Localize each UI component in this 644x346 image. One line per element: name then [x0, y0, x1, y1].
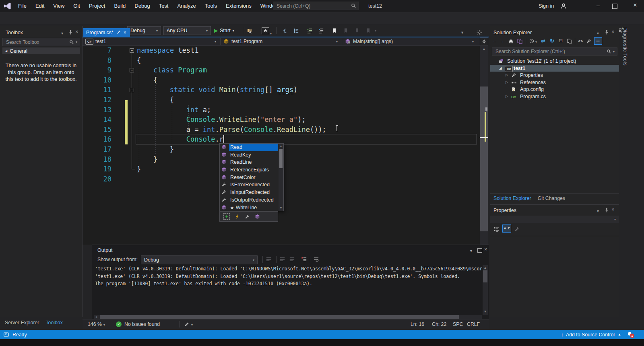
se-collapse-all-icon[interactable]: ⊟: [559, 38, 563, 43]
output-h-scrollbar-thumb[interactable]: [100, 315, 459, 319]
fold-toggle-icon[interactable]: −: [130, 88, 134, 92]
bookmark-icon[interactable]: [330, 26, 339, 35]
collapsed-arrow-icon[interactable]: ▷: [506, 73, 508, 77]
toolbox-close-icon[interactable]: ×: [75, 29, 78, 35]
menu-edit[interactable]: Edit: [31, 0, 49, 12]
se-home-icon[interactable]: [508, 38, 514, 44]
sign-in-person-icon[interactable]: [560, 3, 567, 9]
document-tab-program-cs[interactable]: Program.cs* ×: [83, 28, 130, 37]
search-icon[interactable]: [69, 40, 74, 45]
navbar-type-dropdown[interactable]: test1.Program: [231, 39, 262, 44]
section-expander-icon[interactable]: ◢: [5, 49, 7, 53]
properties-categorized-icon[interactable]: [493, 226, 500, 232]
indent-decrease-icon[interactable]: [305, 26, 314, 35]
fold-toggle-icon[interactable]: −: [130, 68, 134, 72]
tab-server-explorer[interactable]: Server Explorer: [2, 318, 42, 327]
properties-close-icon[interactable]: ×: [611, 206, 615, 212]
tab-list-dropdown-icon[interactable]: ▼: [460, 31, 464, 35]
completion-item-isoutputredirected[interactable]: IsOutputRedirected: [220, 196, 283, 204]
tree-item-references[interactable]: ▷References: [490, 79, 619, 86]
add-to-source-control-button[interactable]: Add to Source Control: [566, 332, 615, 338]
tree-item-solution-test12-1-of-1-project-[interactable]: Solution 'test12' (1 of 1 project): [490, 58, 619, 65]
line-indicator[interactable]: Ln: 16: [411, 321, 424, 327]
collapsed-arrow-icon[interactable]: ▷: [506, 80, 508, 84]
editor-options-gear-icon[interactable]: [477, 30, 482, 35]
collapsed-arrow-icon[interactable]: ▷: [506, 94, 508, 98]
quick-search-box[interactable]: [273, 2, 359, 10]
toolbox-pin-icon[interactable]: [68, 30, 73, 35]
code-line[interactable]: {: [170, 95, 174, 105]
spaces-indicator[interactable]: SPC: [453, 321, 463, 327]
scroll-up-arrow[interactable]: ▲: [480, 47, 488, 51]
navbar-member-dropdown[interactable]: Main(string[] args): [353, 39, 393, 44]
tab-pin-icon[interactable]: [115, 29, 122, 36]
properties-pin-icon[interactable]: [604, 208, 609, 213]
column-indicator[interactable]: Ch: 22: [432, 321, 446, 327]
output-log[interactable]: 'test1.exe' (CLR v4.0.30319: DefaultDoma…: [95, 265, 482, 314]
properties-filter-icon[interactable]: [245, 214, 250, 219]
tab-close-icon[interactable]: ×: [124, 30, 126, 35]
menu-debug[interactable]: Debug: [130, 0, 154, 12]
search-icon[interactable]: [351, 3, 356, 8]
code-line[interactable]: {: [137, 56, 141, 66]
se-pending-changes-clock-icon[interactable]: [529, 38, 535, 44]
menu-file[interactable]: File: [14, 0, 31, 12]
tree-item-program-cs[interactable]: ▷C#Program.cs: [490, 93, 619, 100]
tab-git-changes[interactable]: Git Changes: [535, 194, 568, 203]
snippets-filter-icon[interactable]: +: [223, 213, 230, 220]
code-cleanup-pen-icon[interactable]: [184, 321, 190, 327]
output-maximize-icon[interactable]: [477, 248, 482, 253]
zoom-dropdown-icon[interactable]: ▾: [103, 323, 105, 327]
se-sync-icon[interactable]: ⇄: [541, 38, 545, 44]
word-wrap-icon[interactable]: [313, 256, 319, 262]
fold-toggle-icon[interactable]: −: [130, 48, 134, 53]
se-view-code-icon[interactable]: <>: [578, 39, 583, 43]
menu-test[interactable]: Test: [155, 0, 173, 12]
line-ending-indicator[interactable]: CRLF: [467, 321, 480, 327]
se-search-input[interactable]: [495, 48, 607, 55]
indent-increase-icon[interactable]: [316, 26, 325, 35]
tree-item-test1[interactable]: ◢C#test1: [490, 65, 619, 72]
code-line[interactable]: namespace test1: [137, 45, 199, 56]
chevron-down-icon[interactable]: ▾: [215, 40, 216, 43]
menu-project[interactable]: Project: [85, 0, 109, 12]
completion-item-resetcolor[interactable]: ResetColor: [220, 174, 283, 181]
output-scrollbar-thumb[interactable]: [483, 270, 487, 282]
code-cleanup-dropdown[interactable]: ▾: [191, 323, 193, 327]
code-line[interactable]: }: [170, 144, 174, 154]
menu-tools[interactable]: Tools: [200, 0, 221, 12]
completion-item-read[interactable]: Read: [220, 144, 283, 151]
completion-item-isinputredirected[interactable]: IsInputRedirected: [220, 189, 283, 196]
zoom-level[interactable]: 146 %: [88, 321, 102, 327]
chevron-down-icon[interactable]: ▾: [535, 40, 537, 44]
methods-filter-icon[interactable]: [255, 214, 260, 219]
tab-toolbox[interactable]: Toolbox: [42, 318, 66, 327]
search-icon[interactable]: [607, 49, 611, 54]
navbar-project-dropdown[interactable]: test1: [95, 39, 106, 44]
properties-window-menu-icon[interactable]: ▾: [597, 209, 599, 213]
completion-item-iserrorredirected[interactable]: IsErrorRedirected: [220, 181, 283, 189]
menu-build[interactable]: Build: [109, 0, 130, 12]
properties-alphabetical-sort-toggle-active[interactable]: A↓Z: [502, 224, 511, 233]
maximize-button[interactable]: [612, 4, 617, 9]
home-window-layout-button[interactable]: [261, 26, 270, 35]
code-line[interactable]: Console.WriteLine("enter a");: [186, 115, 306, 125]
toolbox-general-section[interactable]: ◢ General: [2, 47, 80, 54]
scroll-down-arrow[interactable]: ▼: [483, 310, 488, 314]
minimize-button[interactable]: –: [593, 2, 603, 8]
output-close-icon[interactable]: ×: [484, 246, 487, 252]
editor-navigate-icon[interactable]: [280, 26, 289, 35]
se-show-all-files-toggle-active[interactable]: [594, 37, 602, 45]
output-window-menu-icon[interactable]: ▾: [470, 249, 472, 253]
menu-extensions[interactable]: Extensions: [221, 0, 256, 12]
solution-platform-combo[interactable]: Any CPU▾: [163, 26, 211, 35]
tab-solution-explorer[interactable]: Solution Explorer: [490, 194, 535, 203]
issues-check-icon[interactable]: ✓: [116, 321, 122, 327]
code-line[interactable]: }: [153, 154, 157, 165]
output-source-combo[interactable]: Debug▾: [141, 255, 258, 264]
code-line[interactable]: {: [153, 75, 157, 85]
find-in-files-button[interactable]: [247, 26, 256, 35]
sign-in-link[interactable]: Sign in: [539, 3, 554, 9]
upload-arrow-icon[interactable]: ↑: [561, 332, 564, 338]
editor-outline-icon[interactable]: [291, 26, 300, 35]
